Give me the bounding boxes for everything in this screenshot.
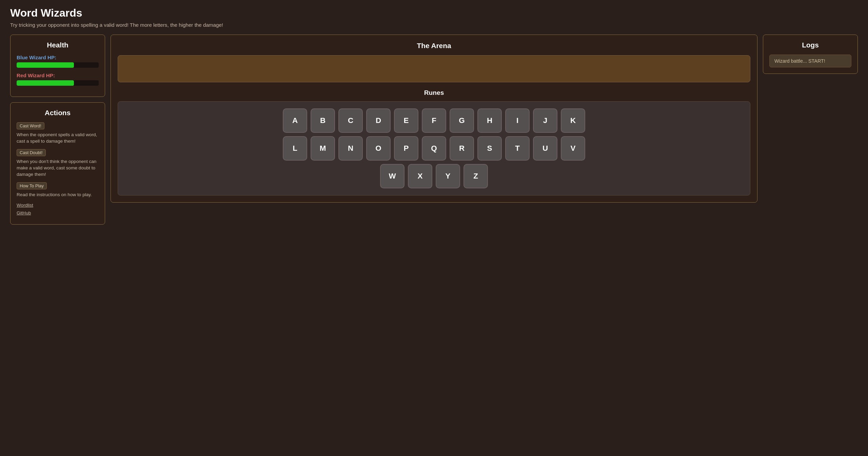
key-X[interactable]: X xyxy=(408,164,432,188)
arena-panel: The Arena Runes A B C D E F G H I J K L … xyxy=(111,35,757,203)
key-S[interactable]: S xyxy=(477,136,502,161)
key-H[interactable]: H xyxy=(477,108,502,133)
key-Y[interactable]: Y xyxy=(436,164,460,188)
key-row-2: L M N O P Q R S T U V xyxy=(123,136,745,161)
key-R[interactable]: R xyxy=(450,136,474,161)
key-M[interactable]: M xyxy=(311,136,335,161)
how-to-play-button[interactable]: How To Play xyxy=(17,182,47,189)
key-row-3: W X Y Z xyxy=(123,164,745,188)
github-link[interactable]: GitHub xyxy=(17,210,99,215)
key-Z[interactable]: Z xyxy=(463,164,488,188)
app-title: Word Wizards xyxy=(10,7,858,19)
key-I[interactable]: I xyxy=(505,108,530,133)
cast-doubt-button[interactable]: Cast Doubt! xyxy=(17,149,46,156)
blue-hp-bar-container xyxy=(17,62,99,68)
left-column: Health Blue Wizard HP: Red Wizard HP: Ac… xyxy=(10,35,105,225)
actions-title: Actions xyxy=(17,109,99,117)
keyboard: A B C D E F G H I J K L M N O P Q R S xyxy=(118,101,750,195)
key-Q[interactable]: Q xyxy=(422,136,446,161)
cast-word-button[interactable]: Cast Word! xyxy=(17,122,44,129)
wordlist-link[interactable]: Wordlist xyxy=(17,203,99,208)
red-hp-bar xyxy=(17,80,74,86)
health-title: Health xyxy=(17,41,99,49)
cast-word-desc: When the opponent spells a valid word, c… xyxy=(17,131,99,144)
blue-hp-bar xyxy=(17,62,74,68)
key-W[interactable]: W xyxy=(380,164,405,188)
key-U[interactable]: U xyxy=(533,136,557,161)
red-wizard-label: Red Wizard HP: xyxy=(17,72,99,78)
logs-title: Logs xyxy=(769,41,851,49)
key-O[interactable]: O xyxy=(366,136,391,161)
log-entry: Wizard battle... START! xyxy=(769,55,851,67)
main-layout: Health Blue Wizard HP: Red Wizard HP: Ac… xyxy=(10,35,858,225)
red-hp-bar-container xyxy=(17,80,99,86)
blue-wizard-label: Blue Wizard HP: xyxy=(17,55,99,60)
key-B[interactable]: B xyxy=(311,108,335,133)
app-subtitle: Try tricking your opponent into spelling… xyxy=(10,22,858,28)
key-C[interactable]: C xyxy=(338,108,363,133)
key-E[interactable]: E xyxy=(394,108,418,133)
arena-display xyxy=(118,55,750,82)
how-to-play-desc: Read the instructions on how to play. xyxy=(17,191,99,198)
key-G[interactable]: G xyxy=(450,108,474,133)
logs-panel: Logs Wizard battle... START! xyxy=(763,35,858,74)
key-T[interactable]: T xyxy=(505,136,530,161)
key-N[interactable]: N xyxy=(338,136,363,161)
actions-panel: Actions Cast Word! When the opponent spe… xyxy=(10,102,105,225)
key-D[interactable]: D xyxy=(366,108,391,133)
health-panel: Health Blue Wizard HP: Red Wizard HP: xyxy=(10,35,105,97)
key-V[interactable]: V xyxy=(561,136,585,161)
key-A[interactable]: A xyxy=(283,108,307,133)
key-L[interactable]: L xyxy=(283,136,307,161)
runes-title: Runes xyxy=(118,89,750,97)
cast-doubt-desc: When you don't think the opponent can ma… xyxy=(17,158,99,178)
key-F[interactable]: F xyxy=(422,108,446,133)
key-P[interactable]: P xyxy=(394,136,418,161)
key-K[interactable]: K xyxy=(561,108,585,133)
key-J[interactable]: J xyxy=(533,108,557,133)
key-row-1: A B C D E F G H I J K xyxy=(123,108,745,133)
arena-title: The Arena xyxy=(118,42,750,50)
